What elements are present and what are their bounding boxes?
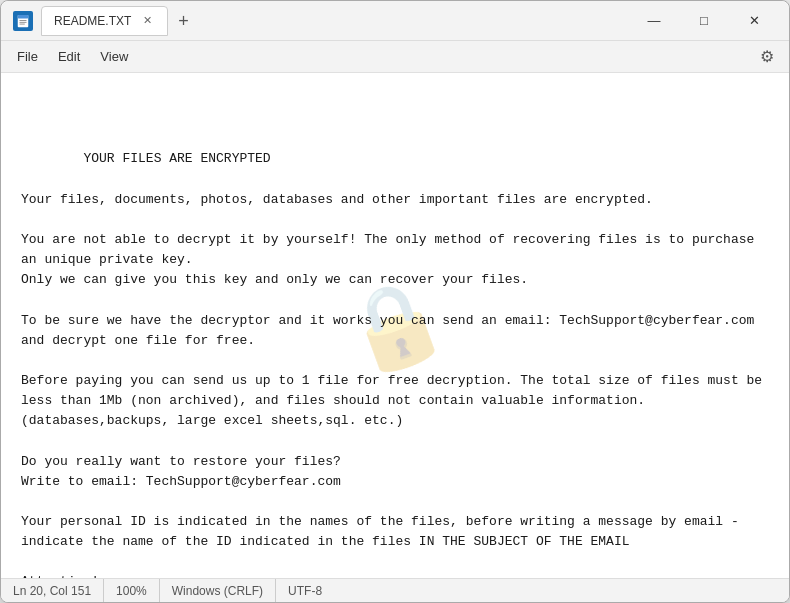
text-editor[interactable]: YOUR FILES ARE ENCRYPTED Your files, doc… <box>1 73 789 578</box>
cursor-position: Ln 20, Col 151 <box>13 579 104 602</box>
minimize-button[interactable]: — <box>631 5 677 37</box>
svg-rect-4 <box>20 23 25 24</box>
maximize-button[interactable]: □ <box>681 5 727 37</box>
menu-items: File Edit View <box>9 45 136 68</box>
status-bar: Ln 20, Col 151 100% Windows (CRLF) UTF-8 <box>1 578 789 602</box>
new-tab-button[interactable]: + <box>172 12 195 30</box>
menu-bar: File Edit View ⚙ <box>1 41 789 73</box>
window-controls: — □ ✕ <box>631 5 777 37</box>
notepad-icon <box>13 11 33 31</box>
svg-rect-1 <box>18 14 29 18</box>
svg-rect-2 <box>20 20 27 21</box>
zoom-level: 100% <box>104 579 160 602</box>
title-bar: README.TXT ✕ + — □ ✕ <box>1 1 789 41</box>
title-bar-left: README.TXT ✕ + <box>13 6 631 36</box>
tab-close-button[interactable]: ✕ <box>139 13 155 29</box>
editor-content: YOUR FILES ARE ENCRYPTED Your files, doc… <box>21 151 762 578</box>
main-window: README.TXT ✕ + — □ ✕ File Edit View ⚙ 🔒 … <box>0 0 790 603</box>
menu-file[interactable]: File <box>9 45 46 68</box>
encoding: UTF-8 <box>276 579 334 602</box>
active-tab[interactable]: README.TXT ✕ <box>41 6 168 36</box>
menu-edit[interactable]: Edit <box>50 45 88 68</box>
line-ending: Windows (CRLF) <box>160 579 276 602</box>
close-button[interactable]: ✕ <box>731 5 777 37</box>
settings-icon[interactable]: ⚙ <box>753 43 781 71</box>
tab-label: README.TXT <box>54 14 131 28</box>
content-area: 🔒 YOUR FILES ARE ENCRYPTED Your files, d… <box>1 73 789 578</box>
tab-bar: README.TXT ✕ + <box>41 6 195 36</box>
svg-rect-3 <box>20 21 27 22</box>
text-content-inner: YOUR FILES ARE ENCRYPTED Your files, doc… <box>21 129 769 578</box>
menu-view[interactable]: View <box>92 45 136 68</box>
